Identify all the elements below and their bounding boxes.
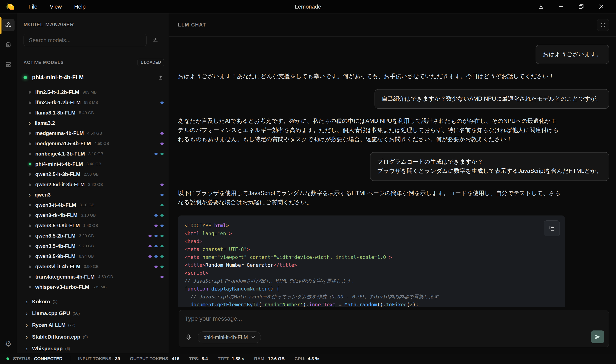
model-size: 5.40 GB <box>79 110 94 115</box>
model-name: qwen3-tk-4b-FLM <box>35 212 77 218</box>
download-icon[interactable] <box>537 3 545 10</box>
menu-file[interactable]: File <box>22 3 44 10</box>
model-item-lfm2.5-tk-1.2b-FLM[interactable]: lfm2.5-tk-1.2b-FLM983 MB <box>24 97 169 108</box>
message-input[interactable] <box>185 315 456 322</box>
chevron-right-icon: › <box>26 310 28 317</box>
window-title: Lemonade <box>295 3 321 10</box>
code-line: <title>Random Number Generator</title> <box>185 261 559 269</box>
message-input-container: phi4-mini-it-4b-FLM <box>178 310 609 347</box>
unload-model-icon[interactable] <box>158 75 164 80</box>
model-item-qwen3.5-9b-FLM[interactable]: qwen3.5-9b-FLM8.94 GB <box>24 251 169 261</box>
model-item-qwen2.5-it-3b-FLM[interactable]: qwen2.5-it-3b-FLM2.50 GB <box>24 169 169 180</box>
send-button[interactable] <box>591 330 604 343</box>
search-row <box>24 34 169 46</box>
model-item-lfm2.5-it-1.2b-FLM[interactable]: lfm2.5-it-1.2b-FLM983 MB <box>24 87 169 97</box>
model-group-Llama.cpp GPU[interactable]: ›Llama.cpp GPU(50) <box>24 307 169 319</box>
minimize-button[interactable] <box>557 3 565 10</box>
model-item-qwen3.5-4b-FLM[interactable]: qwen3.5-4b-FLM5.20 GB <box>24 241 169 251</box>
store-icon <box>5 61 12 68</box>
refresh-chat-button[interactable] <box>597 19 609 31</box>
model-group-qwen3[interactable]: ›qwen3 <box>24 190 169 200</box>
chevron-right-icon: › <box>26 322 28 328</box>
model-dot <box>29 112 31 114</box>
filter-sliders-icon[interactable] <box>152 37 159 43</box>
copy-icon <box>548 225 555 232</box>
rail-item-models[interactable] <box>2 19 14 31</box>
search-models-input[interactable] <box>29 37 141 44</box>
model-dot <box>29 214 31 217</box>
copy-code-button[interactable] <box>544 221 560 236</box>
user-message[interactable]: 自己紹介はできますか？数少ないAMD NPUに最適化されたモデルとのことですが。 <box>374 89 609 108</box>
loaded-model-row[interactable]: phi4-mini-it-4b-FLM <box>24 74 169 81</box>
model-name: lfm2.5-it-1.2b-FLM <box>35 89 79 95</box>
model-item-qwen2.5vl-it-3b-FLM[interactable]: qwen2.5vl-it-3b-FLM3.80 GB <box>24 180 169 190</box>
rail-item-store[interactable] <box>2 58 14 71</box>
model-name: qwen2.5vl-it-3b-FLM <box>35 182 85 188</box>
model-group-llama3.2[interactable]: ›llama3.2 <box>24 118 169 128</box>
metric-value: 12.6 GB <box>268 356 285 361</box>
model-dot <box>29 173 31 176</box>
microphone-icon[interactable] <box>185 334 192 341</box>
close-button[interactable] <box>598 3 605 10</box>
code-line: <meta name="viewport" content="width=dev… <box>185 253 559 261</box>
menu-help[interactable]: Help <box>68 3 92 10</box>
active-models-label: ACTIVE MODELS <box>24 60 64 65</box>
model-size: 3.40 GB <box>86 162 101 166</box>
model-size: 4.50 GB <box>98 274 113 279</box>
model-dot <box>29 91 31 93</box>
group-count: (77) <box>68 323 75 327</box>
code-block: <!DOCTYPE html><html lang="en"><head><me… <box>178 216 565 307</box>
model-selector-dropdown[interactable]: phi4-mini-it-4b-FLM <box>198 331 261 343</box>
model-item-qwen3.5-0.8b-FLM[interactable]: qwen3.5-0.8b-FLM1.40 GB <box>24 221 169 231</box>
refresh-icon <box>600 22 606 28</box>
restore-button[interactable] <box>577 3 585 10</box>
active-models-header: ACTIVE MODELS 1 LOADED <box>24 59 169 66</box>
purple-status-dot <box>160 183 164 186</box>
group-name: StableDiffusion.cpp <box>32 334 80 340</box>
metric-value: 8.4 <box>202 356 208 361</box>
model-item-translategemma-4b-FLM[interactable]: translategemma-4b-FLM4.50 GB <box>24 272 169 282</box>
backend-status-dots <box>154 214 164 217</box>
model-size: 3.90 GB <box>84 264 99 269</box>
status-metric: CPU:4.3 % <box>295 356 319 361</box>
menu-view[interactable]: View <box>44 3 68 10</box>
code-line: <html lang="en"> <box>185 230 559 237</box>
model-group-list[interactable]: ›Kokoro(1)›Llama.cpp GPU(50)›Ryzen AI LL… <box>24 296 169 353</box>
titlebar: 🍋 File View Help Lemonade <box>0 0 616 13</box>
model-group-Kokoro[interactable]: ›Kokoro(1) <box>24 296 169 307</box>
backend-status-dots <box>160 194 164 196</box>
model-group-Ryzen AI LLM[interactable]: ›Ryzen AI LLM(77) <box>24 319 169 331</box>
model-item-medgemma1.5-4b-FLM[interactable]: medgemma1.5-4b-FLM4.50 GB <box>24 138 169 149</box>
rail-item-hardware[interactable] <box>2 39 14 51</box>
model-item-qwen3-tk-4b-FLM[interactable]: qwen3-tk-4b-FLM3.10 GB <box>24 210 169 221</box>
model-item-nanbeige4.1-3b-FLM[interactable]: nanbeige4.1-3b-FLM3.10 GB <box>24 149 169 159</box>
settings-gear-icon[interactable]: ⚙ <box>5 339 12 348</box>
model-list[interactable]: lfm2.5-it-1.2b-FLM983 MBlfm2.5-tk-1.2b-F… <box>24 87 169 292</box>
chevron-down-icon <box>251 336 255 338</box>
purple-status-dot <box>149 255 152 258</box>
model-item-qwen3.5-2b-FLM[interactable]: qwen3.5-2b-FLM3.20 GB <box>24 231 169 241</box>
model-item-qwen3vl-it-4b-FLM[interactable]: qwen3vl-it-4b-FLM3.90 GB <box>24 261 169 272</box>
metric-label: CPU: <box>295 356 305 361</box>
model-name: qwen3vl-it-4b-FLM <box>35 264 81 270</box>
teal-status-dot <box>160 255 164 258</box>
message-list[interactable]: おはようございます。おはようございます！あなたにどんな支援をしても幸いです。何が… <box>169 37 616 307</box>
model-group-Whisper.cpp[interactable]: ›Whisper.cpp(6) <box>24 343 169 353</box>
model-dot <box>29 276 31 278</box>
model-name: translategemma-4b-FLM <box>35 274 95 280</box>
model-item-whisper-v3-turbo-FLM[interactable]: whisper-v3-turbo-FLM635 MB <box>24 282 169 292</box>
user-message[interactable]: おはようございます。 <box>535 45 609 64</box>
user-message[interactable]: プログラムコードの生成はできますか？ ブラウザを開くとランダムに数字を生成して表… <box>370 152 609 181</box>
blue-status-dot <box>154 255 158 258</box>
metric-label: RAM: <box>254 356 266 361</box>
model-item-llama3.1-8b-FLM[interactable]: llama3.1-8b-FLM5.40 GB <box>24 108 169 118</box>
model-item-qwen3-it-4b-FLM[interactable]: qwen3-it-4b-FLM3.10 GB <box>24 200 169 210</box>
model-size: 4.50 GB <box>94 141 109 146</box>
model-group-StableDiffusion.cpp[interactable]: ›StableDiffusion.cpp(9) <box>24 331 169 343</box>
model-dot <box>29 255 31 258</box>
code-line: // JavaScriptでrandomを呼び出し、HTMLでdiv内の文字を置… <box>185 277 559 285</box>
purple-status-dot <box>154 266 158 268</box>
model-item-phi4-mini-it-4b-FLM[interactable]: phi4-mini-it-4b-FLM3.40 GB <box>24 159 169 169</box>
purple-status-dot <box>154 224 158 227</box>
model-item-medgemma-4b-FLM[interactable]: medgemma-4b-FLM4.50 GB <box>24 128 169 138</box>
